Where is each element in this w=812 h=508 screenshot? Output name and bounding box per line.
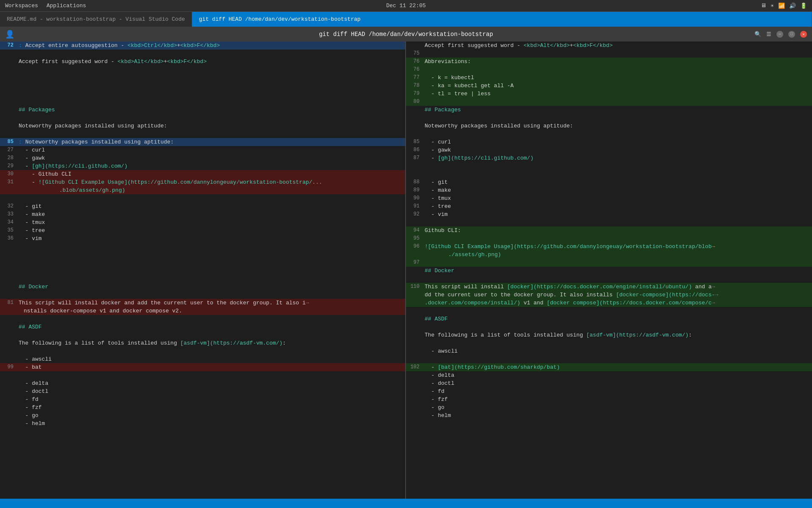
left-docker-heading: ## Docker bbox=[0, 283, 405, 291]
left-empty16 bbox=[0, 315, 405, 323]
title-bar-controls: 🔍 ☰ — □ ✕ bbox=[754, 31, 807, 38]
left-doctl: - doctl bbox=[0, 387, 405, 395]
right-noteworthy: Noteworthy packages installed using apti… bbox=[406, 122, 812, 130]
main-content: 72 : Accept entire autosuggestion - <kbd… bbox=[0, 41, 812, 499]
left-empty19 bbox=[0, 371, 405, 379]
left-asdf-heading: ## ASDF bbox=[0, 323, 405, 331]
left-empty12 bbox=[0, 259, 405, 267]
left-vim: 36 - vim bbox=[0, 235, 405, 243]
right-empty4 bbox=[406, 170, 812, 178]
right-empty10 bbox=[406, 355, 812, 363]
left-empty3 bbox=[0, 74, 405, 82]
left-github-cli-img-removed2: .blob/assets/gh.png) bbox=[0, 186, 405, 194]
left-gawk: 28 - gawk bbox=[0, 154, 405, 162]
left-delta: - delta bbox=[0, 379, 405, 387]
right-empty5 bbox=[406, 218, 812, 226]
right-github-cli-img: 96 ![Github CLI Example Usage](https://g… bbox=[406, 243, 812, 251]
close-button[interactable]: ✕ bbox=[800, 31, 807, 38]
os-bar-right: 🖥 ☀ 📶 🔊 🔋 bbox=[761, 3, 807, 9]
left-noteworthy: Noteworthy packages installed using apti… bbox=[0, 122, 405, 130]
right-github-cli-img2: ./assets/gh.png) bbox=[406, 251, 812, 259]
right-empty9 bbox=[406, 339, 812, 347]
wifi-icon: 📶 bbox=[778, 3, 785, 9]
left-empty14 bbox=[0, 275, 405, 283]
diff-panel-right: Accept first suggested word - <kbd>Alt</… bbox=[406, 41, 812, 499]
right-tl-tree: 79 - tl = tree | less bbox=[406, 90, 812, 98]
left-tree: 35 - tree bbox=[0, 226, 405, 235]
left-gh: 29 - [gh](https://cli.github.com/) bbox=[0, 162, 405, 170]
left-make: 33 - make bbox=[0, 210, 405, 218]
right-github-cli-end: 97 bbox=[406, 259, 812, 267]
right-docker-heading: ## Docker bbox=[406, 267, 812, 275]
right-tree: 91 - tree bbox=[406, 202, 812, 210]
left-empty11 bbox=[0, 251, 405, 259]
monitor-icon: 🖥 bbox=[761, 3, 766, 9]
battery-icon: 🔋 bbox=[800, 3, 807, 9]
left-empty5 bbox=[0, 90, 405, 98]
right-accept-word: Accept first suggested word - <kbd>Alt</… bbox=[406, 41, 812, 50]
right-vim: 92 - vim bbox=[406, 210, 812, 218]
right-empty6 bbox=[406, 275, 812, 283]
diff-panel-left: 72 : Accept entire autosuggestion - <kbd… bbox=[0, 41, 406, 499]
left-empty15 bbox=[0, 291, 405, 299]
tab-terminal[interactable]: git diff HEAD /home/dan/dev/workstation-… bbox=[192, 12, 812, 27]
right-asdf-heading: ## ASDF bbox=[406, 315, 812, 323]
right-git: 88 - git bbox=[406, 178, 812, 186]
right-docker-script-added2: dd the current user to the docker group.… bbox=[406, 291, 812, 299]
os-bar-left: Workspaces Applications bbox=[5, 3, 86, 9]
right-bat-added: 102 - [bat](https://github.com/sharkdp/b… bbox=[406, 363, 812, 371]
tab-bar: README.md - workstation-bootstrap - Visu… bbox=[0, 12, 812, 27]
maximize-button[interactable]: □ bbox=[788, 31, 795, 38]
left-packages-heading: ## Packages bbox=[0, 106, 405, 114]
left-github-cli-removed: 30 - Github CLI bbox=[0, 170, 405, 178]
right-abbrev-end: 80 bbox=[406, 98, 812, 106]
right-github-cli-empty: 95 bbox=[406, 235, 812, 243]
left-empty10 bbox=[0, 243, 405, 251]
left-asdf-text: The following is a list of tools install… bbox=[0, 339, 405, 347]
title-bar: 👤 git diff HEAD /home/dan/dev/workstatio… bbox=[0, 27, 812, 41]
right-gh: 87 - [gh](https://cli.github.com/) bbox=[406, 154, 812, 162]
user-icon: 👤 bbox=[5, 30, 14, 39]
right-abbrev-empty: 76 bbox=[406, 66, 812, 74]
left-empty17 bbox=[0, 331, 405, 339]
right-tmux: 90 - tmux bbox=[406, 194, 812, 202]
left-helm: - helm bbox=[0, 420, 405, 428]
left-curl: 27 - curl bbox=[0, 146, 405, 154]
workspaces-menu[interactable]: Workspaces bbox=[5, 3, 38, 9]
right-helm: - helm bbox=[406, 411, 812, 420]
right-empty3 bbox=[406, 162, 812, 170]
right-empty7 bbox=[406, 307, 812, 315]
left-empty13 bbox=[0, 267, 405, 275]
left-line-accept-word: Accept first suggested word - <kbd>Alt</… bbox=[0, 58, 405, 66]
left-empty18 bbox=[0, 347, 405, 355]
search-icon[interactable]: 🔍 bbox=[754, 31, 761, 38]
os-bar: Workspaces Applications Dec 11 22:05 🖥 ☀… bbox=[0, 0, 812, 12]
right-docker-script-added3: .docker.com/compose/install/) v1 and [do… bbox=[406, 299, 812, 307]
goto-line-72: 72 : Accept entire autosuggestion - <kbd… bbox=[0, 41, 405, 50]
left-docker-script-removed: 81 This script will install docker and a… bbox=[0, 299, 405, 307]
right-empty2 bbox=[406, 130, 812, 138]
os-bar-clock: Dec 11 22:05 bbox=[386, 3, 426, 9]
left-docker-script-removed2: nstalls docker-compose v1 and docker com… bbox=[0, 307, 405, 315]
left-fzf: - fzf bbox=[0, 403, 405, 411]
applications-menu[interactable]: Applications bbox=[47, 3, 86, 9]
left-empty6 bbox=[0, 98, 405, 106]
right-make: 89 - make bbox=[406, 186, 812, 194]
minimize-button[interactable]: — bbox=[776, 31, 783, 38]
right-fzf: - fzf bbox=[406, 395, 812, 403]
right-packages-heading: ## Packages bbox=[406, 106, 812, 114]
right-empty8 bbox=[406, 323, 812, 331]
left-go: - go bbox=[0, 411, 405, 420]
left-empty8 bbox=[0, 130, 405, 138]
menu-icon[interactable]: ☰ bbox=[766, 31, 771, 38]
right-gawk: 86 - gawk bbox=[406, 146, 812, 154]
left-line-empty1 bbox=[0, 50, 405, 58]
right-line75: 75 bbox=[406, 50, 812, 58]
right-k-kubectl: 77 - k = kubectl bbox=[406, 74, 812, 82]
tab-readme[interactable]: README.md - workstation-bootstrap - Visu… bbox=[0, 12, 192, 27]
right-ka-kubectl: 78 - ka = kubectl get all -A bbox=[406, 82, 812, 90]
right-empty1 bbox=[406, 114, 812, 122]
volume-icon: 🔊 bbox=[789, 3, 796, 9]
right-docker-script-added: 110 This script will install [docker](ht… bbox=[406, 283, 812, 291]
left-fd: - fd bbox=[0, 395, 405, 403]
